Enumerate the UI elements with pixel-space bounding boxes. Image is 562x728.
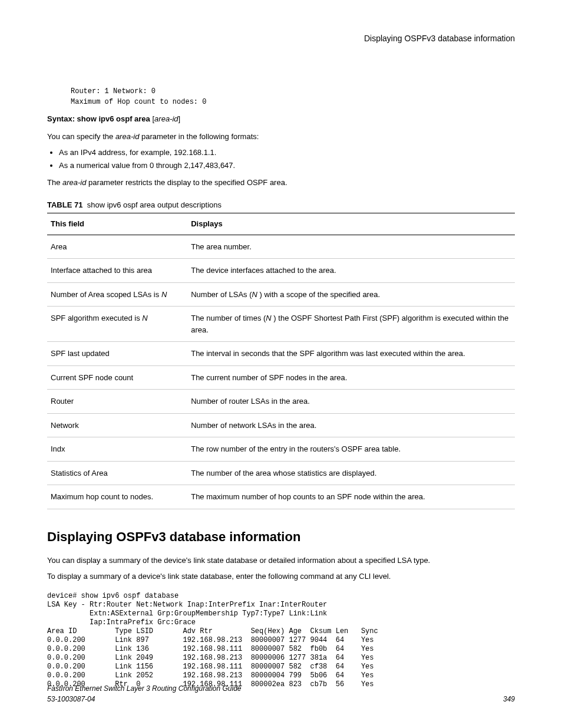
- table-row: IndxThe row number of the entry in the r…: [47, 437, 515, 462]
- table-row: SPF last updatedThe interval in seconds …: [47, 342, 515, 366]
- para-command-intro: To display a summary of a device's link …: [47, 571, 515, 582]
- table-row: SPF algorithm executed is NThe number of…: [47, 307, 515, 342]
- field-cell: Router: [47, 390, 187, 414]
- displays-cell: The number of times (N ) the OSPF Shorte…: [187, 307, 515, 342]
- table-row: AreaThe area number.: [47, 235, 515, 259]
- table-row: Maximum hop count to nodes.The maximum n…: [47, 485, 515, 509]
- syntax-prefix: Syntax: show ipv6 ospf area: [47, 114, 150, 123]
- field-cell: Statistics of Area: [47, 461, 187, 485]
- section-heading: Displaying OSPFv3 database information: [47, 527, 515, 546]
- displays-cell: The area number.: [187, 235, 515, 259]
- cli-output: device# show ipv6 ospf database LSA Key …: [47, 592, 515, 689]
- col-header-field: This field: [47, 213, 187, 235]
- table-row: RouterNumber of router LSAs in the area.: [47, 390, 515, 414]
- area-id-var: area-id: [62, 178, 86, 187]
- syntax-line: Syntax: show ipv6 ospf area [area-id]: [47, 113, 515, 125]
- table-caption: TABLE 71 show ipv6 ospf area output desc…: [47, 199, 515, 211]
- list-item: As an IPv4 address, for example, 192.168…: [59, 147, 515, 159]
- displays-cell: Number of network LSAs in the area.: [187, 413, 515, 437]
- table-row: Current SPF node countThe current number…: [47, 365, 515, 390]
- page: Displaying OSPFv3 database information R…: [0, 0, 562, 728]
- page-footer: FastIron Ethernet Switch Layer 3 Routing…: [47, 683, 515, 704]
- para-restrict: The area-id parameter restricts the disp…: [47, 177, 515, 189]
- field-cell: Current SPF node count: [47, 365, 187, 390]
- field-cell: Interface attached to this area: [47, 259, 187, 283]
- field-cell: Area: [47, 235, 187, 259]
- displays-cell: The interval in seconds that the SPF alg…: [187, 342, 515, 366]
- table-row: Interface attached to this areaThe devic…: [47, 259, 515, 283]
- field-cell: Number of Area scoped LSAs is N: [47, 282, 187, 307]
- field-cell: SPF last updated: [47, 342, 187, 366]
- table-row: NetworkNumber of network LSAs in the are…: [47, 413, 515, 437]
- list-item: As a numerical value from 0 through 2,14…: [59, 160, 515, 172]
- code-snippet-top: Router: 1 Network: 0 Maximum of Hop coun…: [71, 86, 515, 107]
- para-specify-formats: You can specify the area-id parameter in…: [47, 131, 515, 143]
- col-header-displays: Displays: [187, 213, 515, 235]
- footer-page-number: 349: [503, 694, 515, 704]
- table-label: TABLE 71: [47, 200, 82, 209]
- displays-cell: Number of LSAs (N ) with a scope of the …: [187, 282, 515, 307]
- table-caption-text: show ipv6 ospf area output descriptions: [87, 200, 222, 209]
- field-cell: Maximum hop count to nodes.: [47, 485, 187, 509]
- format-list: As an IPv4 address, for example, 192.168…: [47, 147, 515, 171]
- displays-cell: The current number of SPF nodes in the a…: [187, 365, 515, 390]
- displays-cell: The device interfaces attached to the ar…: [187, 259, 515, 283]
- area-id-var: area-id: [115, 132, 139, 141]
- syntax-bracket-close: ]: [178, 114, 181, 123]
- table-row: Number of Area scoped LSAs is NNumber of…: [47, 282, 515, 307]
- para-summary-intro: You can display a summary of the device'…: [47, 555, 515, 566]
- footer-doc-title: FastIron Ethernet Switch Layer 3 Routing…: [47, 684, 242, 693]
- field-cell: SPF algorithm executed is N: [47, 307, 187, 342]
- field-cell: Indx: [47, 437, 187, 462]
- displays-cell: The maximum number of hop counts to an S…: [187, 485, 515, 509]
- output-descriptions-table: This field Displays AreaThe area number.…: [47, 213, 515, 509]
- field-cell: Network: [47, 413, 187, 437]
- syntax-arg: area-id: [154, 114, 178, 123]
- running-header: Displaying OSPFv3 database information: [47, 32, 515, 45]
- table-row: Statistics of AreaThe number of the area…: [47, 461, 515, 485]
- displays-cell: Number of router LSAs in the area.: [187, 390, 515, 414]
- footer-doc-number: 53-1003087-04: [47, 695, 95, 703]
- displays-cell: The row number of the entry in the route…: [187, 437, 515, 462]
- displays-cell: The number of the area whose statistics …: [187, 461, 515, 485]
